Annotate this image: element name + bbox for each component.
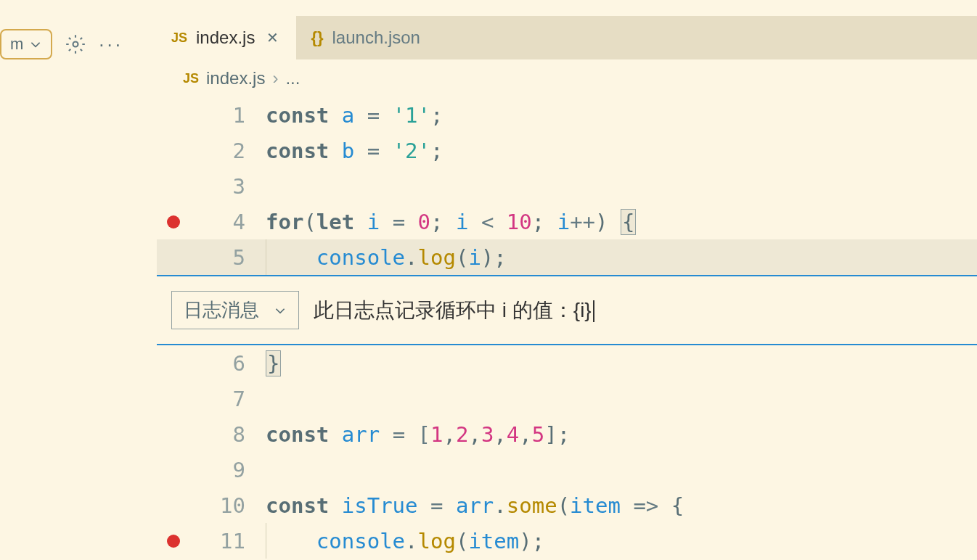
json-file-icon: {}	[311, 28, 323, 47]
line-number: 6	[233, 351, 245, 376]
line-number: 1	[233, 103, 245, 128]
indent-guide	[266, 523, 266, 559]
logpoint-editor: 日志消息 此日志点记录循环中 i 的值：{i}	[157, 275, 977, 345]
breadcrumb-file: index.js	[206, 68, 265, 88]
chevron-down-icon	[29, 38, 42, 51]
tab-label: launch.json	[332, 28, 420, 48]
line-number: 4	[233, 210, 245, 234]
line-number: 5	[233, 245, 245, 270]
breadcrumb-sep: ›	[272, 68, 278, 88]
line-number: 3	[233, 174, 245, 199]
code-line[interactable]: 2 const b = '2';	[157, 133, 977, 168]
left-toolbar: m ···	[0, 29, 123, 59]
code-line[interactable]: 6 }	[157, 345, 977, 381]
tab-label: index.js	[196, 28, 255, 48]
tab-bar: JS index.js ✕ {} launch.json	[157, 16, 977, 59]
code-line[interactable]: 1 const a = '1';	[157, 97, 977, 133]
logpoint-message-input[interactable]: 此日志点记录循环中 i 的值：{i}	[314, 297, 962, 324]
breadcrumb-more: ...	[285, 68, 300, 88]
line-number: 8	[233, 422, 245, 447]
chevron-down-icon	[274, 304, 287, 317]
editor-area: JS index.js › ... 1 const a = '1'; 2 con…	[157, 59, 977, 560]
code-editor[interactable]: 1 const a = '1'; 2 const b = '2'; 3 4 fo…	[157, 97, 977, 559]
line-number: 9	[233, 458, 245, 482]
line-number: 11	[220, 529, 245, 553]
svg-point-0	[73, 42, 78, 47]
code-line[interactable]: 4 for(let i = 0; i < 10; i++) {	[157, 204, 977, 239]
close-icon[interactable]: ✕	[263, 29, 282, 46]
more-icon[interactable]: ···	[99, 33, 123, 56]
tab-index-js[interactable]: JS index.js ✕	[157, 16, 296, 59]
run-config-dropdown[interactable]: m	[0, 29, 52, 59]
logpoint-type-label: 日志消息	[184, 297, 259, 323]
code-line[interactable]: 8 const arr = [1,2,3,4,5];	[157, 416, 977, 452]
dropdown-fragment: m	[10, 35, 23, 54]
line-number: 10	[220, 493, 245, 518]
code-line[interactable]: 9	[157, 452, 977, 487]
line-number: 2	[233, 139, 245, 163]
line-number: 7	[233, 387, 245, 411]
indent-guide	[266, 239, 266, 275]
breakpoint-icon[interactable]	[167, 535, 180, 548]
text-cursor	[593, 300, 594, 322]
code-line[interactable]: 3	[157, 168, 977, 204]
breakpoint-icon[interactable]	[167, 215, 180, 228]
logpoint-type-select[interactable]: 日志消息	[171, 291, 299, 329]
js-file-icon: JS	[171, 30, 187, 46]
js-file-icon: JS	[183, 71, 199, 86]
tab-launch-json[interactable]: {} launch.json	[296, 16, 435, 59]
code-line[interactable]: 7	[157, 381, 977, 416]
breadcrumb[interactable]: JS index.js › ...	[157, 59, 977, 97]
gear-icon[interactable]	[65, 34, 86, 54]
code-line[interactable]: 10 const isTrue = arr.some(item => {	[157, 487, 977, 523]
code-line[interactable]: 5 console.log(i);	[157, 239, 977, 275]
code-line[interactable]: 11 console.log(item);	[157, 523, 977, 559]
